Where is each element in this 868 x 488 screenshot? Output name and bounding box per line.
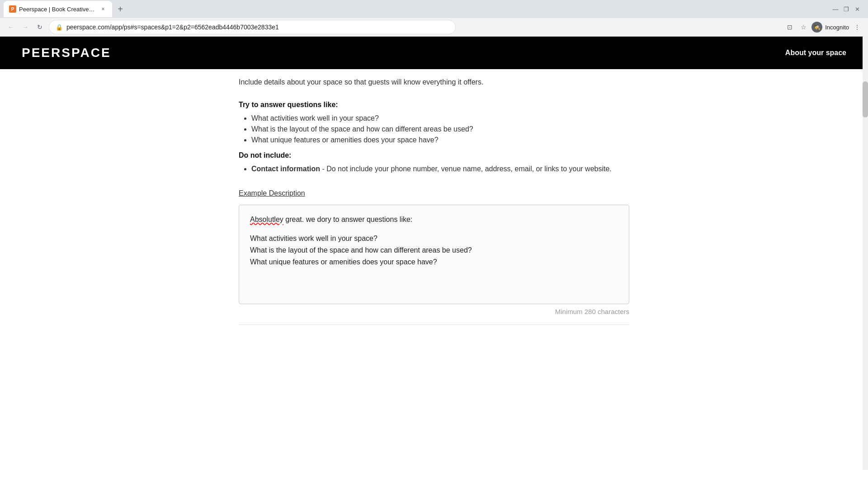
example-description-link[interactable]: Example Description <box>239 189 305 197</box>
url-bar[interactable]: 🔒 peerspace.com/app/ps#s=spaces&p1=2&p2=… <box>49 20 456 34</box>
incognito-label: Incognito <box>825 24 849 31</box>
do-not-list: Contact information - Do not include you… <box>239 165 629 173</box>
reload-button[interactable]: ↻ <box>34 22 45 33</box>
try-to-answer-title: Try to answer questions like: <box>239 101 629 109</box>
do-not-section: Do not include: Contact information - Do… <box>239 151 629 173</box>
do-not-bold-label: Contact information <box>251 165 320 173</box>
new-tab-button[interactable]: + <box>114 3 127 15</box>
close-window-button[interactable]: ✕ <box>854 5 861 13</box>
scrollbar-thumb[interactable] <box>863 81 868 117</box>
tab-bar: P Peerspace | Book Creative Space... × +… <box>0 0 868 18</box>
tab-close-button[interactable]: × <box>99 5 107 13</box>
minimize-button[interactable]: — <box>832 5 839 13</box>
misspelled-word: Absolutley <box>250 216 283 223</box>
maximize-button[interactable]: ❐ <box>843 5 850 13</box>
tab-favicon: P <box>9 5 16 13</box>
intro-text: Include details about your space so that… <box>239 69 629 92</box>
list-item: What is the layout of the space and how … <box>251 125 629 133</box>
tab-title: Peerspace | Book Creative Space... <box>19 6 96 13</box>
list-item: What unique features or amenities does y… <box>251 136 629 144</box>
section-divider <box>239 324 629 325</box>
character-minimum-label: Minimum 280 characters <box>239 308 629 315</box>
menu-icon[interactable]: ⋮ <box>852 22 863 33</box>
browser-chrome: P Peerspace | Book Creative Space... × +… <box>0 0 868 37</box>
bookmark-icon[interactable]: ☆ <box>798 22 809 33</box>
incognito-avatar: 🕵 <box>811 22 822 33</box>
omnibar: ← → ↻ 🔒 peerspace.com/app/ps#s=spaces&p1… <box>0 18 868 36</box>
window-controls: — ❐ ✕ <box>832 5 864 13</box>
about-your-space-link[interactable]: About your space <box>785 49 846 57</box>
description-box[interactable]: Absolutley great. we dory to answer ques… <box>239 205 629 304</box>
cast-icon[interactable]: ⊡ <box>784 22 795 33</box>
try-questions-list: What activities work well in your space?… <box>239 114 629 144</box>
back-button[interactable]: ← <box>5 22 16 33</box>
page-content: Include details about your space so that… <box>217 69 651 325</box>
peerspace-logo[interactable]: PEERSPACE <box>22 46 111 60</box>
profile-icon[interactable]: 🕵 <box>811 22 822 33</box>
list-item: What activities work well in your space? <box>251 114 629 122</box>
description-line2: What activities work well in your space? <box>250 233 618 244</box>
description-text: Absolutley great. we dory to answer ques… <box>250 214 618 267</box>
do-not-item: Contact information - Do not include you… <box>251 165 629 173</box>
site-header: PEERSPACE About your space <box>0 37 868 69</box>
lock-icon: 🔒 <box>56 24 63 31</box>
description-line4: What unique features or amenities does y… <box>250 257 618 267</box>
description-line3: What is the layout of the space and how … <box>250 245 618 256</box>
description-blank-line <box>250 225 618 233</box>
active-tab[interactable]: P Peerspace | Book Creative Space... × <box>4 1 112 17</box>
url-text: peerspace.com/app/ps#s=spaces&p1=2&p2=65… <box>66 23 449 31</box>
description-line1-rest: great. we dory to answer questions like: <box>283 216 412 223</box>
scrollbar-track[interactable] <box>863 36 868 470</box>
browser-actions: ⊡ ☆ 🕵 Incognito ⋮ <box>784 22 863 33</box>
do-not-rest-text: - Do not include your phone number, venu… <box>320 165 612 173</box>
forward-button[interactable]: → <box>20 22 31 33</box>
do-not-title: Do not include: <box>239 151 629 160</box>
